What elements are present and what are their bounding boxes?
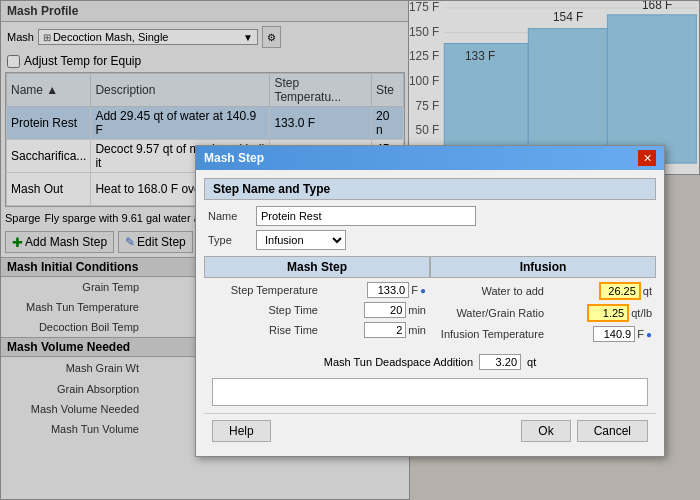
deadspace-unit: qt xyxy=(527,356,536,368)
modal-close-button[interactable]: ✕ xyxy=(638,150,656,166)
mash-step-col-header: Mash Step xyxy=(204,256,430,278)
step-temp-input[interactable] xyxy=(367,282,409,298)
deadspace-label: Mash Tun Deadspace Addition xyxy=(324,356,473,368)
water-grain-ratio-input[interactable] xyxy=(587,304,629,322)
help-label: Help xyxy=(229,424,254,438)
type-label: Type xyxy=(208,234,248,246)
deadspace-input[interactable] xyxy=(479,354,521,370)
ok-label: Ok xyxy=(538,424,553,438)
water-grain-ratio-unit: qt/lb xyxy=(631,307,652,319)
water-grain-ratio-label: Water/Grain Ratio xyxy=(434,307,544,319)
modal-titlebar: Mash Step ✕ xyxy=(196,146,664,170)
ok-button[interactable]: Ok xyxy=(521,420,570,442)
step-time-unit: min xyxy=(408,304,426,316)
step-time-value: min xyxy=(364,302,426,318)
name-section-label: Step Name and Type xyxy=(213,182,330,196)
step-time-row: Step Time min xyxy=(208,302,426,318)
modal-body: Step Name and Type Name Type Infusion Te… xyxy=(196,170,664,456)
modal-title: Mash Step xyxy=(204,151,264,165)
rise-time-unit: min xyxy=(408,324,426,336)
rise-time-label: Rise Time xyxy=(208,324,318,336)
water-to-add-value: qt xyxy=(599,282,652,300)
step-time-input[interactable] xyxy=(364,302,406,318)
type-row: Type Infusion Temperature Decoction xyxy=(204,230,656,250)
two-col-section: Mash Step Infusion Step Temperature F ● … xyxy=(204,256,656,350)
infusion-temp-input[interactable] xyxy=(593,326,635,342)
rise-time-input[interactable] xyxy=(364,322,406,338)
help-button[interactable]: Help xyxy=(212,420,271,442)
type-select[interactable]: Infusion Temperature Decoction xyxy=(256,230,346,250)
mash-step-section-label: Mash Step xyxy=(287,260,347,274)
infusion-temp-unit: F xyxy=(637,328,644,340)
water-to-add-label: Water to add xyxy=(434,285,544,297)
cancel-button[interactable]: Cancel xyxy=(577,420,648,442)
step-temp-bullet: ● xyxy=(420,285,426,296)
water-grain-ratio-row: Water/Grain Ratio qt/lb xyxy=(434,304,652,322)
infusion-temp-bullet: ● xyxy=(646,329,652,340)
cancel-label: Cancel xyxy=(594,424,631,438)
infusion-col-header: Infusion xyxy=(430,256,656,278)
water-to-add-input[interactable] xyxy=(599,282,641,300)
water-grain-ratio-value: qt/lb xyxy=(587,304,652,322)
name-label: Name xyxy=(208,210,248,222)
name-type-header: Step Name and Type xyxy=(204,178,656,200)
infusion-temp-row: Infusion Temperature F ● xyxy=(434,326,652,342)
rise-time-row: Rise Time min xyxy=(208,322,426,338)
water-to-add-row: Water to add qt xyxy=(434,282,652,300)
name-row: Name xyxy=(204,206,656,226)
mash-step-col-body: Step Temperature F ● Step Time min Ris xyxy=(204,278,430,350)
water-to-add-unit: qt xyxy=(643,285,652,297)
step-time-label: Step Time xyxy=(208,304,318,316)
step-temp-row: Step Temperature F ● xyxy=(208,282,426,298)
step-temp-label: Step Temperature xyxy=(208,284,318,296)
modal-footer: Help Ok Cancel xyxy=(204,413,656,448)
name-input[interactable] xyxy=(256,206,476,226)
step-temp-unit: F xyxy=(411,284,418,296)
rise-time-value: min xyxy=(364,322,426,338)
infusion-temp-value: F ● xyxy=(593,326,652,342)
infusion-col-body: Water to add qt Water/Grain Ratio qt/lb … xyxy=(430,278,656,350)
step-temp-value: F ● xyxy=(367,282,426,298)
infusion-temp-label: Infusion Temperature xyxy=(434,328,544,340)
deadspace-row: Mash Tun Deadspace Addition qt xyxy=(204,354,656,370)
infusion-section-label: Infusion xyxy=(520,260,567,274)
notes-textarea[interactable] xyxy=(212,378,648,406)
mash-step-modal: Mash Step ✕ Step Name and Type Name Type… xyxy=(195,145,665,457)
